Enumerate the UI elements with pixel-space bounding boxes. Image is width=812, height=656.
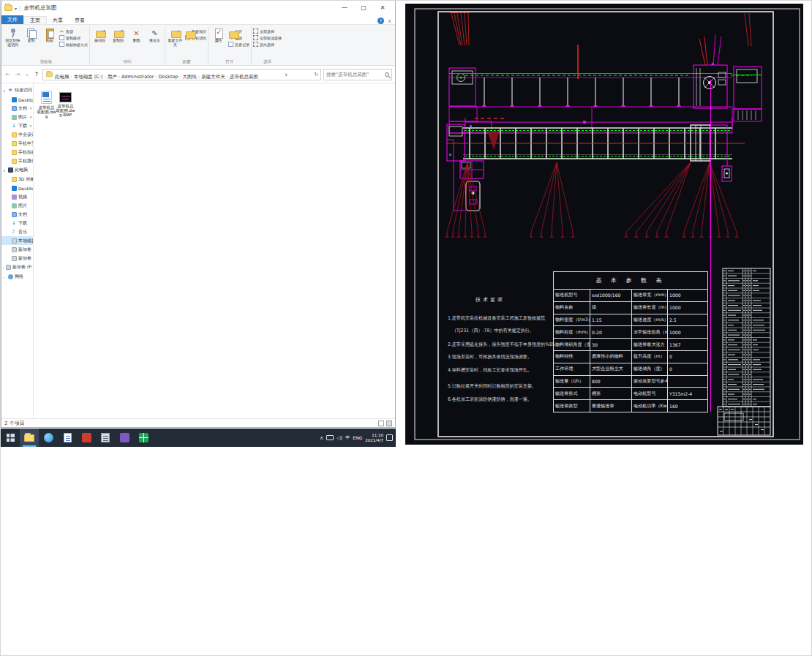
sidebar-item-文档[interactable]: 文档✦ [1, 104, 33, 113]
ribbon-button-反向选择[interactable]: 反向选择 [253, 42, 282, 47]
parameter-cell: 普通输送带 [590, 400, 632, 412]
ribbon-button-新建文件夹[interactable]: 新建文件夹 [167, 26, 184, 59]
sidebar-item-下载[interactable]: ↓下载 [1, 219, 33, 227]
file-list-pane[interactable]: 皮带机总装配图.dwg皮带机总装配图.dwg.BMP [34, 83, 395, 418]
breadcrumb-segment[interactable]: 新建文件夹 [201, 74, 225, 80]
ribbon-button-移动到[interactable]: 移动到 [91, 26, 108, 59]
sidebar-item-视频[interactable]: 视频 [1, 192, 33, 201]
refresh-icon[interactable]: ↻ [314, 72, 318, 78]
ribbon-button-新建项目[interactable]: 新建项目 [185, 29, 206, 34]
ribbon-button-剪切[interactable]: ✂剪切 [59, 29, 88, 34]
close-button[interactable]: ✕ [373, 1, 392, 15]
breadcrumb-segment[interactable]: 用户 [108, 74, 117, 80]
sidebar-section-新加卷 (F:)[interactable]: ›新加卷 (F:) [1, 263, 33, 272]
taskbar-wps-doc-button[interactable] [58, 429, 77, 447]
sidebar-item-手机微信照片[interactable]: 手机微信照片 [1, 157, 33, 165]
history-chevron-icon[interactable]: ∨ [23, 72, 31, 77]
breadcrumb-segment[interactable]: Administrator [121, 74, 154, 80]
tab-查看[interactable]: 查看 [69, 17, 91, 24]
sidebar-item-图片[interactable]: 图片✦ [1, 113, 33, 121]
parameter-cell: 1000 [668, 326, 708, 339]
file-item[interactable]: 皮带机总装配图.dwg.BMP [56, 91, 75, 117]
sidebar-item-音乐[interactable]: ♪音乐 [1, 227, 33, 236]
chevron-down-icon[interactable]: ∨ [3, 168, 7, 173]
sidebar-item-手机拍摄照片[interactable]: 手机拍摄照片 [1, 148, 33, 157]
notification-center-icon[interactable] [386, 434, 393, 441]
chevron-right-icon[interactable]: › [3, 275, 7, 279]
help-icon[interactable]: ? [377, 18, 384, 24]
search-input[interactable] [326, 72, 385, 78]
ribbon-button-粘贴快捷方式[interactable]: 粘贴快捷方式 [59, 42, 88, 47]
breadcrumb-segment[interactable]: 皮带机总装图 [230, 74, 258, 80]
sidebar-item-文档[interactable]: 文档 [1, 210, 33, 219]
maximize-button[interactable]: □ [354, 1, 373, 15]
taskbar-wps-sheet-button[interactable] [134, 429, 153, 447]
tray-chevron-icon[interactable]: ∧ [320, 435, 323, 441]
ribbon-button-属性[interactable]: 属性 [210, 26, 227, 59]
tab-file[interactable]: 文件 [1, 15, 23, 24]
tab-主页[interactable]: 主页 [23, 16, 47, 24]
ribbon-button-重命名[interactable]: ✎重命名 [146, 26, 163, 59]
folder-icon [4, 5, 12, 11]
ribbon-button-打开[interactable]: 打开 [228, 29, 249, 34]
ribbon-button-全部选择[interactable]: 全部选择 [253, 29, 282, 34]
minimize-button[interactable]: — [335, 1, 354, 15]
navigation-pane: ∨★快速访问Desktop✦文档✦图片✦↓下载✦毕业设计文件手机中互传照片手机拍… [1, 83, 34, 418]
taskbar-app-gray-button[interactable] [96, 429, 115, 447]
sidebar-item-Desktop[interactable]: Desktop [1, 184, 33, 192]
ribbon-collapse-icon[interactable]: ∧ [388, 18, 391, 24]
breadcrumb-segment[interactable]: 大图纸 [183, 74, 198, 80]
chevron-right-icon[interactable]: › [3, 265, 4, 270]
ribbon-button-复制[interactable]: 复制 [23, 26, 40, 59]
video-icon [12, 195, 17, 200]
sidebar-item-下载[interactable]: ↓下载✦ [1, 121, 33, 130]
ribbon-button-固定到快速访问[interactable]: 固定到快速访问 [4, 26, 21, 59]
chevron-down-icon[interactable]: ▾ [15, 6, 17, 11]
up-button[interactable]: ↑ [33, 71, 40, 78]
view-thumbnail-icon[interactable] [386, 421, 392, 426]
back-button[interactable]: ← [4, 71, 12, 78]
ribbon-button-全部取消选择[interactable]: 全部取消选择 [253, 35, 282, 40]
ribbon-button-删除[interactable]: ✕删除 [128, 26, 145, 59]
address-chevron-icon[interactable]: ∨ [285, 72, 287, 77]
taskbar-browser-button[interactable] [39, 429, 58, 447]
chevron-down-icon[interactable]: ∨ [3, 88, 7, 93]
tab-共享[interactable]: 共享 [47, 17, 69, 24]
breadcrumb-segment[interactable]: Desktop [159, 74, 178, 80]
ribbon-button-粘贴[interactable]: 粘贴 [41, 26, 58, 59]
sidebar-section-网络[interactable]: ›网络 [1, 272, 33, 282]
sidebar-item-label: 下载 [18, 123, 27, 129]
sidebar-section-快速访问[interactable]: ∨★快速访问 [1, 86, 33, 95]
taskbar-start-button[interactable] [1, 429, 20, 447]
forward-button[interactable]: → [14, 71, 21, 78]
taskbar-file-explorer-button[interactable] [20, 429, 39, 447]
address-bar[interactable]: 此电脑 › 本地磁盘 (C:) › 用户 › Administrator › D… [42, 69, 321, 80]
sidebar-item-3D 对象[interactable]: 3D 对象 [1, 175, 33, 184]
sidebar-item-毕业设计文件[interactable]: 毕业设计文件 [1, 130, 33, 139]
taskbar-app-purple-button[interactable] [115, 429, 134, 447]
sidebar-section-此电脑[interactable]: ∨此电脑 [1, 165, 33, 175]
sidebar-item-新加卷 (E:)[interactable]: 新加卷 (E:) [1, 254, 33, 263]
sidebar-item-本地磁盘 (C:)[interactable]: 本地磁盘 (C:) [1, 236, 33, 245]
sidebar-item-新加卷 (D:)[interactable]: 新加卷 (D:) [1, 245, 33, 254]
clock[interactable]: 11:10 2021/4/7 [365, 433, 383, 442]
speaker-icon[interactable]: ◁) [337, 435, 342, 441]
ribbon-button-复制路径[interactable]: 复制路径 [59, 35, 88, 40]
taskbar-app-red-button[interactable] [77, 429, 96, 447]
ribbon-button-label: 剪切 [66, 29, 73, 34]
search-box[interactable] [323, 69, 392, 80]
sidebar-item-Desktop[interactable]: Desktop✦ [1, 95, 33, 104]
ribbon-button-复制到[interactable]: 复制到 [110, 26, 127, 59]
sidebar-item-图片[interactable]: 图片 [1, 201, 33, 210]
app-purple-icon [120, 433, 129, 442]
display-icon[interactable] [326, 435, 334, 440]
breadcrumb-segment[interactable]: 此电脑 [55, 74, 69, 80]
language-indicator[interactable]: ENG [353, 435, 362, 440]
ime-indicator[interactable]: 中 [345, 434, 350, 441]
breadcrumb-segment[interactable]: 本地磁盘 (C:) [74, 74, 103, 80]
view-list-icon[interactable] [378, 421, 384, 426]
file-item[interactable]: 皮带机总装配图.dwg [37, 91, 56, 118]
sidebar-item-手机中互传照片[interactable]: 手机中互传照片 [1, 139, 33, 148]
file-name: 皮带机总装配图.dwg [37, 105, 56, 118]
ribbon-button-历史记录[interactable]: 历史记录 [228, 42, 249, 47]
